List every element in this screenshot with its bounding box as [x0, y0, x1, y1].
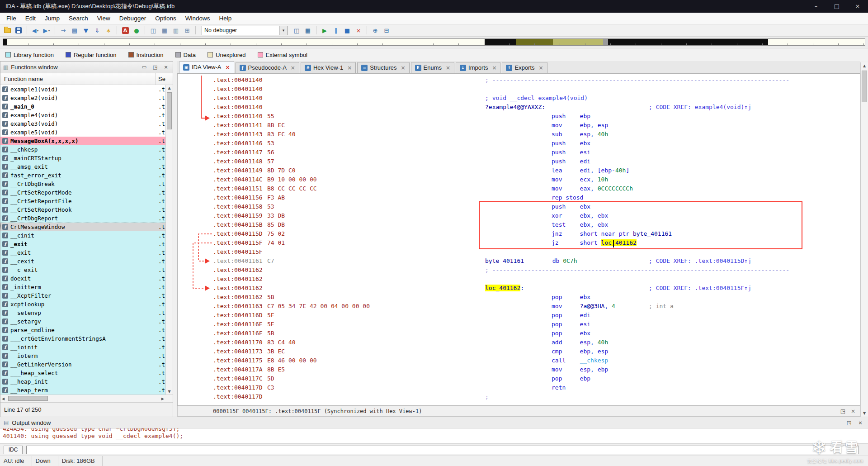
nav-band[interactable]	[3, 38, 865, 46]
close-output-button[interactable]: ×	[856, 420, 864, 426]
tab-close-icon[interactable]: ×	[291, 65, 295, 71]
disasm-line[interactable]: .text:004011498D 7D C0lea edi, [ebp-40h]	[178, 166, 860, 175]
disasm-line[interactable]: .text:0040117A8B E5mov esp, ebp	[178, 365, 860, 374]
function-row[interactable]: f__GetLinkerVersion.t	[0, 360, 166, 369]
function-row[interactable]: f__setenvp.t	[0, 309, 166, 317]
search-button[interactable]: ∗	[104, 25, 113, 35]
menu-item-windows[interactable]: Windows	[181, 13, 215, 24]
cancel-debugger-button[interactable]: ×	[354, 25, 363, 35]
disasm-line[interactable]: .text:004011418B ECmov ebp, esp	[178, 121, 860, 130]
vscroll-thumb[interactable]	[862, 71, 867, 102]
function-row[interactable]: fxcptlookup.t	[0, 300, 166, 309]
menu-item-options[interactable]: Options	[151, 13, 181, 24]
output-line[interactable]: 401140: using guessed type void __cdecl …	[3, 433, 868, 440]
maximize-button[interactable]: □	[826, 0, 847, 13]
function-row[interactable]: fexample4(void).t	[0, 111, 166, 119]
float-view-icon[interactable]: ◳	[840, 408, 845, 414]
functions-vscrollbar[interactable]: ▲ ▼	[165, 85, 173, 395]
function-row[interactable]: f__cexit.t	[0, 257, 166, 266]
function-row[interactable]: f_main_0.t	[0, 102, 166, 111]
function-row[interactable]: f___heap_select.t	[0, 369, 166, 377]
save-button[interactable]	[14, 25, 24, 35]
disasm-line[interactable]: .text:0040117083 C4 40add esp, 40h	[178, 338, 860, 347]
tab-close-icon[interactable]: ×	[347, 65, 352, 71]
hscroll-thumb[interactable]	[8, 396, 48, 401]
open-file-button[interactable]	[2, 25, 12, 35]
disasm-line[interactable]: .text:00401140	[178, 85, 860, 94]
disasm-line[interactable]: .text:00401140; ------------------------…	[178, 76, 860, 85]
minimize-button[interactable]: –	[806, 0, 826, 13]
flow-chart-button[interactable]: ◫	[148, 25, 158, 35]
disasm-line[interactable]: .text:004011625Bpop ebx	[178, 293, 860, 302]
disasm-line[interactable]: .text:0040115F	[178, 247, 860, 257]
function-row[interactable]: fdoexit.t	[0, 274, 166, 283]
cli-selector-button[interactable]: IDC	[4, 446, 23, 454]
disasm-line[interactable]: .text:0040114857push edi	[178, 157, 860, 166]
tab-close-icon[interactable]: ×	[539, 65, 543, 71]
open-windows-button[interactable]: ⊞	[182, 25, 192, 35]
function-row[interactable]: f__ioinit.t	[0, 343, 166, 352]
function-row[interactable]: f__cinit.t	[0, 231, 166, 240]
disasm-line[interactable]: .text:00401162; ------------------------…	[178, 266, 860, 275]
function-row[interactable]: f__CrtDbgBreak.t	[0, 180, 166, 188]
functions-hscrollbar[interactable]: ◀ ▶	[0, 395, 173, 402]
cli-input[interactable]	[26, 446, 859, 454]
function-row[interactable]: f__heap_init.t	[0, 377, 166, 386]
set-colors-button[interactable]: A	[120, 25, 130, 35]
function-row[interactable]: f__XcptFilter.t	[0, 291, 166, 300]
tab-structures[interactable]: ≡Structures×	[357, 62, 409, 73]
close-button[interactable]: ×	[847, 0, 868, 13]
function-row[interactable]: fexample3(void).t	[0, 119, 166, 128]
function-row[interactable]: f__CrtDbgReport.t	[0, 214, 166, 223]
menu-item-search[interactable]: Search	[64, 13, 93, 24]
function-row[interactable]: f__chkesp.t	[0, 145, 166, 154]
scroll-down-icon[interactable]: ▼	[166, 390, 173, 394]
scroll-up-icon[interactable]: ▲	[166, 86, 173, 90]
attach-process-button[interactable]: ⊕	[370, 25, 380, 35]
disasm-line[interactable]: .text:004011733B ECcmp ebp, esp	[178, 347, 860, 356]
float-output-button[interactable]: ◳	[845, 420, 853, 426]
disasm-line[interactable]: .text:0040114055push ebp	[178, 112, 860, 121]
function-row[interactable]: f__exit.t	[0, 248, 166, 257]
disasm-line[interactable]: .text:00401140?example4@@YAXXZ:; CODE XR…	[178, 103, 860, 112]
float-button[interactable]: ◳	[151, 64, 159, 70]
tab-close-icon[interactable]: ×	[492, 65, 496, 71]
modules-button[interactable]: ▦	[303, 25, 313, 35]
function-row[interactable]: f_mainCRTStartup.t	[0, 154, 166, 162]
function-row[interactable]: f_initterm.t	[0, 283, 166, 291]
nav-forward-button[interactable]: ▶▾	[42, 25, 52, 35]
debugger-windows-button[interactable]: ◫	[292, 25, 302, 35]
output-line[interactable]: 424A54: using guessed type char *CrtDbgM…	[3, 428, 868, 433]
function-row[interactable]: f__CrtSetReportMode.t	[0, 188, 166, 197]
function-row[interactable]: fexample1(void).t	[0, 85, 166, 94]
run-plugin-button[interactable]: ●	[132, 25, 142, 35]
ida-view[interactable]: .text:00401140; ------------------------…	[177, 73, 860, 406]
disasm-line[interactable]: .text:0040116D5Fpop edi	[178, 311, 860, 320]
jump-end-button[interactable]: ⇓	[92, 25, 102, 35]
pause-debugger-button[interactable]: ‖	[331, 25, 341, 35]
tab-enums[interactable]: EEnums×	[411, 62, 455, 73]
vscroll-thumb[interactable]	[167, 92, 172, 129]
tab-close-icon[interactable]: ×	[446, 65, 450, 71]
snapshot-button[interactable]: ⊟	[382, 25, 392, 35]
menu-item-edit[interactable]: Edit	[21, 13, 40, 24]
disasm-line[interactable]: .text:0040114CB9 10 00 00 00mov ecx, 10h	[178, 175, 860, 184]
function-row[interactable]: fMessageBoxA(x,x,x,x).t	[0, 137, 166, 145]
disasm-line[interactable]: .text:00401156F3 ABrep stosd	[178, 193, 860, 202]
menu-item-file[interactable]: File	[2, 13, 21, 24]
tab-exports[interactable]: ↑Exports×	[502, 62, 547, 73]
disasm-line[interactable]: .text:00401163C7 05 34 7E 42 00 04 00 00…	[178, 302, 860, 311]
function-row[interactable]: fparse_cmdline.t	[0, 326, 166, 334]
scroll-down-icon[interactable]: ▼	[861, 411, 868, 415]
tab-hex-view-1[interactable]: #Hex View-1×	[301, 62, 356, 73]
tab-close-icon[interactable]: ×	[401, 65, 405, 71]
close-view-icon[interactable]: ×	[851, 408, 855, 414]
tab-ida-view-a[interactable]: ▣IDA View-A×	[179, 61, 234, 73]
scroll-left-icon[interactable]: ◀	[2, 397, 5, 401]
function-row[interactable]: f__amsg_exit.t	[0, 162, 166, 171]
function-row[interactable]: f___crtGetEnvironmentStringsA.t	[0, 334, 166, 343]
debugger-select[interactable]: No debugger▾	[202, 26, 288, 35]
disasm-line[interactable]: .text:00401151B8 CC CC CC CCmov eax, 0CC…	[178, 184, 860, 193]
function-row[interactable]: fexample2(void).t	[0, 94, 166, 102]
disasm-line[interactable]: .text:0040116F5Bpop ebx	[178, 329, 860, 338]
